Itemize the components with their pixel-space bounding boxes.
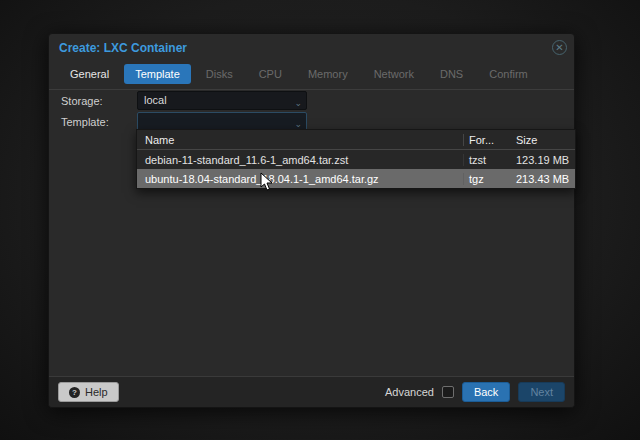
footer-actions: Advanced Back Next <box>385 382 565 402</box>
dropdown-header-row: Name For... Size <box>137 130 575 150</box>
help-icon: ? <box>69 387 80 398</box>
advanced-checkbox[interactable] <box>442 386 454 398</box>
dialog-header: Create: LXC Container ✕ <box>49 34 574 60</box>
tab-separator <box>49 89 574 90</box>
storage-label: Storage: <box>61 95 103 107</box>
template-format: tzst <box>463 154 511 166</box>
column-header-name[interactable]: Name <box>137 134 463 146</box>
dialog-title: Create: LXC Container <box>59 41 187 55</box>
tab-memory: Memory <box>297 64 359 84</box>
template-name: debian-11-standard_11.6-1_amd64.tar.zst <box>137 154 463 166</box>
help-button[interactable]: ? Help <box>58 382 119 402</box>
tab-dns: DNS <box>429 64 474 84</box>
template-dropdown-list: Name For... Size debian-11-standard_11.6… <box>136 129 576 189</box>
create-lxc-container-dialog: Create: LXC Container ✕ General Template… <box>48 33 575 408</box>
storage-select[interactable]: local ⌄ <box>137 91 307 110</box>
column-header-format[interactable]: For... <box>463 134 511 146</box>
tab-confirm: Confirm <box>478 64 539 84</box>
template-format: tgz <box>463 173 511 185</box>
template-label: Template: <box>61 116 109 128</box>
list-item-debian-template[interactable]: debian-11-standard_11.6-1_amd64.tar.zst … <box>137 150 575 169</box>
tab-disks: Disks <box>195 64 244 84</box>
template-name: ubuntu-18.04-standard_18.04.1-1_amd64.ta… <box>137 173 463 185</box>
back-button[interactable]: Back <box>462 382 510 402</box>
storage-value: local <box>144 94 167 106</box>
tab-cpu: CPU <box>248 64 293 84</box>
close-icon[interactable]: ✕ <box>552 40 567 55</box>
column-header-size[interactable]: Size <box>511 134 575 146</box>
dialog-footer: ? Help Advanced Back Next <box>49 376 574 407</box>
template-size: 123.19 MB <box>511 154 575 166</box>
chevron-down-icon: ⌄ <box>294 95 302 112</box>
advanced-label: Advanced <box>385 386 434 398</box>
help-button-label: Help <box>85 386 108 398</box>
tab-bar: General Template Disks CPU Memory Networ… <box>59 62 564 86</box>
tab-template[interactable]: Template <box>124 64 191 84</box>
tab-general[interactable]: General <box>59 64 120 84</box>
template-size: 213.43 MB <box>511 173 575 185</box>
next-button: Next <box>518 382 565 402</box>
list-item-ubuntu-template[interactable]: ubuntu-18.04-standard_18.04.1-1_amd64.ta… <box>137 169 575 188</box>
tab-network: Network <box>363 64 425 84</box>
